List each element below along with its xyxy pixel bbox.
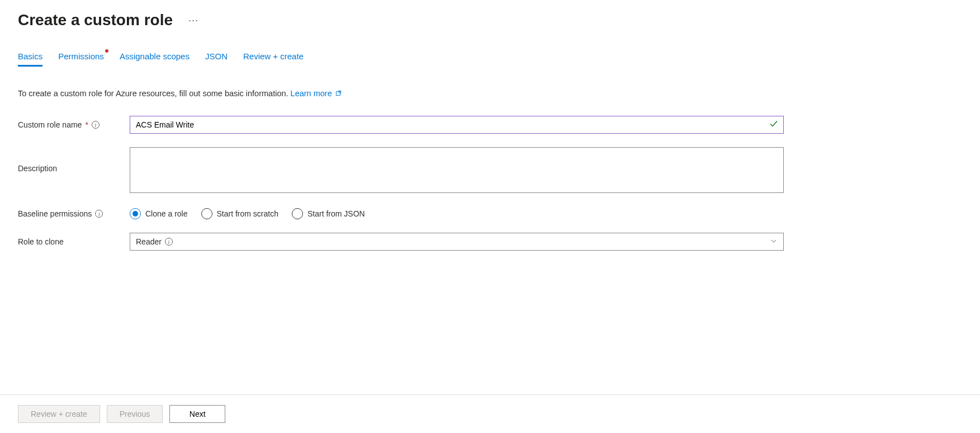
tab-assignable-scopes[interactable]: Assignable scopes	[120, 51, 190, 67]
label-text: Baseline permissions	[18, 209, 92, 218]
tab-label: Basics	[18, 51, 42, 61]
label-description: Description	[18, 147, 130, 173]
tab-label: Assignable scopes	[120, 51, 190, 61]
select-value: Reader	[136, 237, 162, 246]
tab-permissions[interactable]: Permissions	[58, 51, 104, 67]
label-baseline-permissions: Baseline permissions i	[18, 209, 130, 218]
row-role-name: Custom role name * i	[18, 116, 962, 134]
tab-label: Review + create	[243, 51, 304, 61]
tab-label: Permissions	[58, 51, 104, 61]
learn-more-link[interactable]: Learn more	[291, 89, 342, 98]
external-link-icon	[335, 90, 342, 98]
page-header: Create a custom role ···	[18, 0, 962, 51]
radio-clone-a-role[interactable]: Clone a role	[130, 208, 188, 219]
info-icon[interactable]: i	[95, 210, 103, 218]
label-role-name: Custom role name * i	[18, 120, 130, 129]
description-field-wrapper	[130, 147, 784, 195]
radio-dot	[132, 211, 138, 216]
learn-more-label: Learn more	[291, 89, 332, 98]
row-baseline-permissions: Baseline permissions i Clone a role Star…	[18, 208, 962, 219]
baseline-radio-group: Clone a role Start from scratch Start fr…	[130, 208, 365, 219]
label-text: Role to clone	[18, 237, 64, 246]
info-icon[interactable]: i	[92, 121, 100, 129]
tab-label: JSON	[205, 51, 228, 61]
info-icon[interactable]: i	[165, 238, 173, 246]
intro-text-content: To create a custom role for Azure resour…	[18, 89, 291, 98]
role-to-clone-select-wrapper: Reader i	[130, 233, 784, 251]
tab-review-create[interactable]: Review + create	[243, 51, 304, 67]
tab-basics[interactable]: Basics	[18, 51, 42, 67]
role-name-input[interactable]	[130, 116, 784, 134]
role-name-field-wrapper	[130, 116, 784, 134]
row-role-to-clone: Role to clone Reader i	[18, 233, 962, 251]
role-to-clone-select[interactable]: Reader i	[130, 233, 784, 251]
radio-start-from-json[interactable]: Start from JSON	[292, 208, 365, 219]
label-text: Custom role name	[18, 120, 82, 129]
more-icon[interactable]: ···	[188, 15, 198, 26]
tabs-bar: Basics Permissions Assignable scopes JSO…	[18, 51, 962, 67]
radio-circle	[292, 208, 303, 219]
radio-label: Start from JSON	[307, 209, 365, 218]
tab-dot-indicator	[105, 49, 108, 53]
page-title: Create a custom role	[18, 11, 173, 29]
label-text: Description	[18, 164, 57, 173]
radio-label: Clone a role	[145, 209, 188, 218]
label-role-to-clone: Role to clone	[18, 237, 130, 246]
radio-circle	[201, 208, 212, 219]
tab-json[interactable]: JSON	[205, 51, 228, 67]
required-asterisk: *	[85, 120, 88, 129]
description-input[interactable]	[130, 147, 784, 193]
row-description: Description	[18, 147, 962, 195]
radio-label: Start from scratch	[217, 209, 278, 218]
radio-start-from-scratch[interactable]: Start from scratch	[201, 208, 278, 219]
radio-circle	[130, 208, 141, 219]
intro-text: To create a custom role for Azure resour…	[18, 89, 962, 98]
